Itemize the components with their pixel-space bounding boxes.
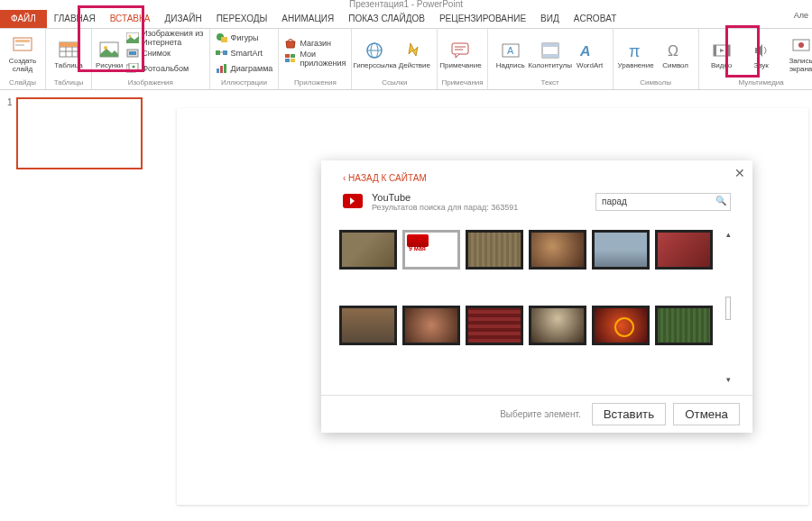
menu-slideshow[interactable]: ПОКАЗ СЛАЙДОВ <box>341 10 432 27</box>
symbol-icon: Ω <box>664 39 687 62</box>
screen-recording-button[interactable]: Запись экрана <box>782 31 812 78</box>
group-images: Рисунки Изображения из Интернета Снимок … <box>92 29 210 89</box>
group-tables: Таблица Таблицы <box>46 29 92 89</box>
group-label: Приложения <box>282 78 347 87</box>
group-comments: Примечание Примечания <box>438 29 487 89</box>
new-slide-button[interactable]: Создать слайд <box>4 31 42 78</box>
svg-rect-8 <box>60 42 78 47</box>
audio-button[interactable]: Звук <box>743 31 780 78</box>
online-pictures-icon <box>126 32 139 44</box>
source-title: YouTube <box>372 192 518 203</box>
results-scrollbar[interactable]: ▴ ▾ <box>722 226 734 389</box>
video-result[interactable] <box>592 306 650 345</box>
chart-button[interactable]: Диаграмма <box>214 61 275 76</box>
back-to-sites-link[interactable]: ‹ НАЗАД К САЙТАМ <box>321 160 752 188</box>
results-count: Результатов поиска для парад: 363591 <box>372 203 518 212</box>
menu-file[interactable]: ФАЙЛ <box>0 10 47 28</box>
comment-button[interactable]: Примечание <box>441 31 479 78</box>
menu-view[interactable]: ВИД <box>533 10 567 27</box>
svg-text:A: A <box>507 45 514 56</box>
svg-rect-45 <box>714 45 716 56</box>
video-result[interactable] <box>466 230 523 270</box>
chart-icon <box>216 62 228 75</box>
video-result[interactable] <box>339 230 397 270</box>
menu-review[interactable]: РЕЦЕНЗИРОВАНИЕ <box>432 10 533 27</box>
video-result[interactable] <box>655 230 713 270</box>
menu-home[interactable]: ГЛАВНАЯ <box>47 10 103 27</box>
svg-rect-20 <box>216 50 220 55</box>
video-button[interactable]: Видео <box>703 31 741 78</box>
account-name[interactable]: Але <box>794 11 808 20</box>
online-pictures-button[interactable]: Изображения из Интернета <box>125 31 205 45</box>
group-label: Примечания <box>441 78 483 87</box>
textbox-icon: A <box>499 39 522 62</box>
insert-video-dialog: ✕ ‹ НАЗАД К САЙТАМ YouTube Результатов п… <box>321 160 752 433</box>
svg-rect-28 <box>285 59 290 62</box>
header-footer-button[interactable]: Колонтитулы <box>531 31 569 78</box>
action-icon <box>402 39 426 62</box>
video-result[interactable] <box>655 306 713 345</box>
insert-button[interactable]: Вставить <box>592 403 667 425</box>
video-result[interactable] <box>402 230 460 270</box>
group-label: Мультимедиа <box>703 78 812 87</box>
video-result[interactable] <box>402 306 460 345</box>
table-button[interactable]: Таблица <box>50 31 88 78</box>
menu-acrobat[interactable]: ACROBAT <box>567 10 624 27</box>
menu-design[interactable]: ДИЗАЙН <box>158 10 209 27</box>
menu-insert[interactable]: ВСТАВКА <box>103 10 158 27</box>
comment-icon <box>448 39 472 62</box>
title-bar: Презентация1 - PowerPoint <box>0 0 812 9</box>
screen-rec-icon <box>789 34 812 58</box>
shapes-button[interactable]: Фигуры <box>214 31 275 45</box>
screenshot-button[interactable]: Снимок <box>125 46 205 60</box>
search-icon[interactable]: 🔍 <box>715 196 726 206</box>
hyperlink-button[interactable]: Гиперссылка <box>355 31 393 78</box>
video-result[interactable] <box>529 306 586 345</box>
svg-rect-26 <box>285 54 290 58</box>
group-slides: Создать слайд Слайды <box>0 29 46 89</box>
scroll-up-icon[interactable]: ▴ <box>723 230 734 241</box>
hyperlink-icon <box>363 39 386 62</box>
video-result[interactable] <box>339 306 397 345</box>
symbol-button[interactable]: Ω Символ <box>657 31 695 78</box>
menu-animation[interactable]: АНИМАЦИЯ <box>274 10 341 27</box>
pictures-button[interactable]: Рисунки <box>96 31 123 78</box>
cancel-button[interactable]: Отмена <box>673 403 740 425</box>
svg-rect-33 <box>452 43 468 54</box>
video-search-input[interactable] <box>595 193 731 211</box>
scroll-down-icon[interactable]: ▾ <box>723 375 734 386</box>
scroll-track[interactable] <box>725 297 731 320</box>
svg-text:π: π <box>629 42 640 59</box>
group-label: Изображения <box>96 78 206 87</box>
photo-album-button[interactable]: Фотоальбом <box>125 61 205 76</box>
group-text: A Надпись Колонтитулы A WordArt Текст <box>488 29 614 89</box>
video-result[interactable] <box>529 230 586 270</box>
svg-rect-40 <box>542 54 558 58</box>
smartart-icon <box>216 47 228 59</box>
slide-thumbnail-1[interactable] <box>16 97 143 169</box>
svg-rect-23 <box>217 69 219 73</box>
textbox-button[interactable]: A Надпись <box>492 31 530 78</box>
store-icon <box>284 37 297 50</box>
group-label: Иллюстрации <box>214 78 275 87</box>
svg-point-48 <box>798 42 804 48</box>
group-apps: Магазин Мои приложения Приложения <box>279 29 352 89</box>
my-apps-button[interactable]: Мои приложения <box>282 51 347 66</box>
screenshot-icon <box>126 47 139 59</box>
svg-rect-14 <box>129 51 136 55</box>
svg-rect-2 <box>15 44 24 46</box>
video-result[interactable] <box>592 230 650 270</box>
menu-transitions[interactable]: ПЕРЕХОДЫ <box>209 10 275 27</box>
video-result[interactable] <box>466 306 523 345</box>
smartart-button[interactable]: SmartArt <box>214 46 275 60</box>
equation-button[interactable]: π Уравнение <box>617 31 655 78</box>
album-icon <box>126 62 139 75</box>
svg-rect-24 <box>220 66 223 73</box>
store-button[interactable]: Магазин <box>282 36 347 50</box>
action-button[interactable]: Действие <box>395 31 433 78</box>
wordart-icon: A <box>578 39 602 62</box>
dialog-close-button[interactable]: ✕ <box>734 166 745 180</box>
wordart-button[interactable]: A WordArt <box>571 31 609 78</box>
svg-rect-27 <box>291 54 295 58</box>
slide-number: 1 <box>7 97 13 169</box>
